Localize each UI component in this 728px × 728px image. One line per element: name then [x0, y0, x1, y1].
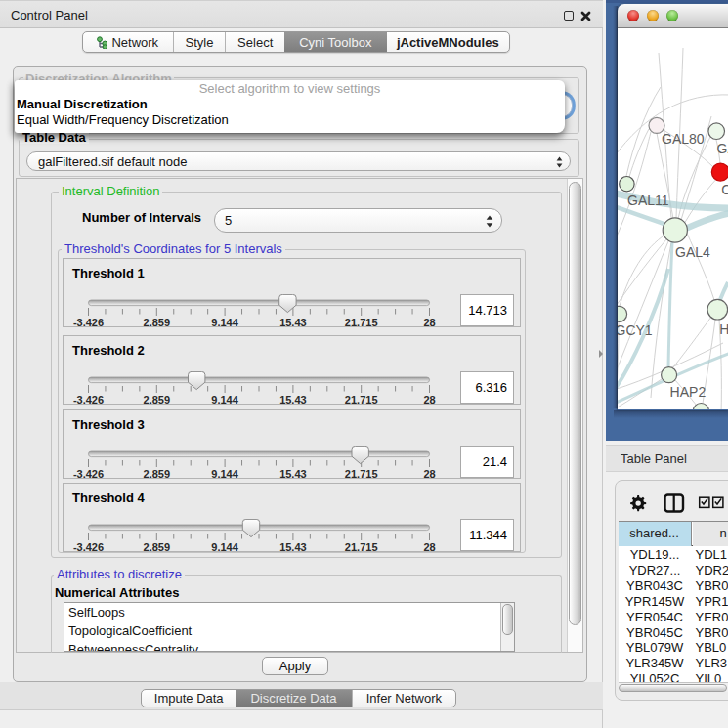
- svg-text:GA: GA: [717, 141, 728, 156]
- svg-text:GAL11: GAL11: [627, 193, 669, 208]
- svg-text:GAL4: GAL4: [675, 244, 710, 260]
- svg-text:H: H: [719, 321, 728, 337]
- svg-text:HAP2: HAP2: [670, 384, 707, 400]
- svg-text:C: C: [721, 182, 728, 197]
- svg-text:GCY1: GCY1: [618, 322, 653, 338]
- svg-text:GAL80: GAL80: [662, 131, 705, 147]
